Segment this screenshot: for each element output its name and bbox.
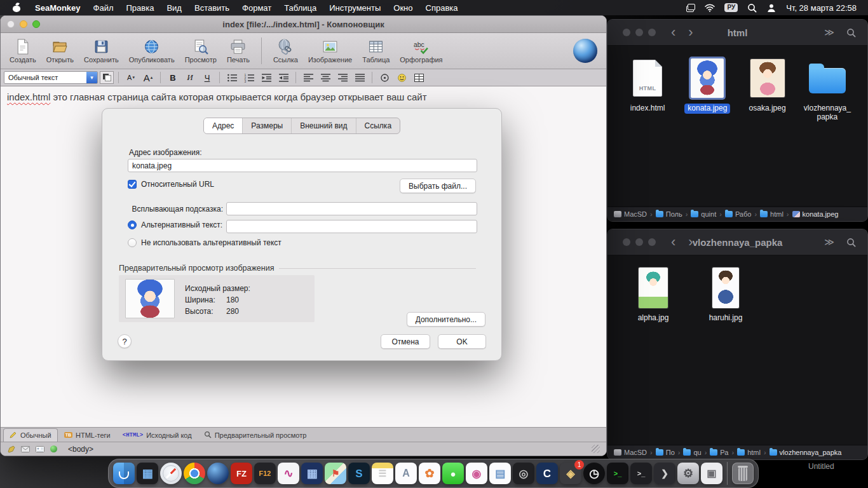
apple-menu-icon[interactable] [13,4,21,12]
toolbar-print-button[interactable]: Печать [222,37,255,65]
wifi-icon[interactable] [705,4,715,12]
insert-grid-icon[interactable] [411,71,426,85]
finder-title-bar[interactable]: ‹ › vlozhennaya_papka ≫ [607,229,867,255]
app-menu-seamonkey[interactable]: SeaMonkey [29,3,87,13]
path-segment[interactable]: konata.jpeg [792,210,839,218]
italic-button[interactable]: И [182,71,198,85]
file-haruhi.jpg[interactable]: haruhi.jpg [698,267,754,323]
forward-button[interactable]: › [688,25,693,39]
menu-item-3[interactable]: Вставить [188,3,236,13]
mode-tab-0[interactable]: Обычный [3,428,58,442]
forward-button[interactable]: › [688,235,693,249]
decrease-font-button[interactable]: A▾ [123,71,139,85]
dock-safari-icon[interactable] [160,463,182,484]
dock-grapher-icon[interactable]: ∿ [278,463,299,484]
advanced-button[interactable]: Дополнительно... [407,312,485,327]
user-switch-icon[interactable] [766,3,776,13]
underline-button[interactable]: Ч [200,71,215,85]
tab-appearance[interactable]: Внешний вид [292,118,356,133]
dock-s-app-icon[interactable]: S [348,463,370,484]
back-button[interactable]: ‹ [671,235,675,249]
mode-tab-2[interactable]: <HTML>Исходный код [117,428,198,442]
minimize-button[interactable] [20,20,27,28]
dock-console-icon[interactable]: ❯ [654,463,675,484]
path-segment[interactable]: По [656,449,675,456]
mode-tab-1[interactable]: TBHTML-теги [58,428,116,442]
dock-iterm-icon[interactable]: >_ [630,463,652,484]
numbered-list-button[interactable]: 123 [241,71,257,85]
menu-item-5[interactable]: Таблица [278,3,323,13]
dock-notes-icon[interactable]: ☰ [372,463,393,484]
increase-font-button[interactable]: A▴ [140,71,156,85]
bold-button[interactable]: B [165,71,180,85]
align-left-button[interactable] [301,71,316,85]
dock-trash-icon[interactable] [732,463,754,484]
zoom-button[interactable] [32,20,40,28]
path-segment[interactable]: html [737,449,761,456]
dock-gimp-icon[interactable]: ◈1 [560,463,581,484]
path-segment[interactable]: html [760,210,783,218]
file-index.html[interactable]: HTMLindex.html [620,57,675,114]
dock-finder-icon[interactable] [113,463,135,484]
path-segment[interactable]: vlozhennaya_papka [770,449,842,456]
paragraph-style-select[interactable]: Обычный текст ▾ [4,71,98,84]
search-icon[interactable] [747,3,757,13]
help-button[interactable]: ? [118,334,132,348]
menu-bar-clock[interactable]: Чт, 28 марта 22:58 [786,3,857,13]
menu-item-7[interactable]: Окно [387,3,419,13]
toolbar-link-button[interactable]: Ссылка [268,37,303,65]
toolbar-save-button[interactable]: Сохранить [79,37,124,65]
relative-url-checkbox[interactable] [128,180,137,189]
menu-item-6[interactable]: Инструменты [323,3,387,13]
back-button[interactable]: ‹ [671,25,675,39]
file-alpha.jpg[interactable]: alpha.jpg [625,267,681,323]
insert-anchor-icon[interactable] [377,71,392,85]
finder-title-bar[interactable]: ‹ › html ≫ [607,20,867,46]
dock-seamonkey-icon[interactable] [207,463,229,484]
path-segment[interactable]: MacSD [614,449,647,456]
dock-maps-icon[interactable]: ⚑ [325,463,346,484]
input-source-badge[interactable]: РУ [724,3,738,12]
path-segment[interactable]: Рабо [725,210,752,218]
alt-text-input[interactable] [226,220,477,233]
path-segment[interactable]: Ра [710,449,728,456]
outdent-button[interactable] [259,71,274,85]
compose-pen-icon[interactable] [7,445,15,453]
mail-icon[interactable] [21,446,30,452]
menu-item-2[interactable]: Вид [160,3,188,13]
ok-button[interactable]: OK [438,334,486,349]
toolbar-new-document-button[interactable]: Создать [4,37,41,65]
chevron-down-icon[interactable]: ▾ [86,72,97,83]
tab-address[interactable]: Адрес [204,118,243,133]
menu-item-8[interactable]: Справка [419,3,465,13]
dock-chrome-icon[interactable] [184,463,205,484]
search-icon[interactable] [846,28,856,37]
dock-settings-icon[interactable]: ⚙ [677,463,699,484]
toolbar-publish-globe-button[interactable]: Опубликовать [124,37,180,65]
align-justify-button[interactable] [352,71,367,85]
toolbar-image-button[interactable]: Изображение [303,37,357,65]
no-alt-text-radio[interactable] [128,238,137,247]
dock-sheets-icon[interactable]: ▦ [301,463,323,484]
cancel-button[interactable]: Отмена [381,334,430,349]
address-book-icon[interactable] [36,446,44,452]
align-center-button[interactable] [318,71,333,85]
dock-printer-icon[interactable]: ▣ [701,463,722,484]
path-segment[interactable]: qu [683,449,701,456]
component-status-icon[interactable] [50,445,57,452]
search-icon[interactable] [846,238,856,247]
desktop-file-label[interactable]: Untitled [808,462,834,471]
indent-button[interactable] [276,71,291,85]
close-button[interactable] [623,238,630,246]
bulleted-list-button[interactable] [224,71,240,85]
path-segment[interactable]: Поль [656,210,682,218]
dock-documents-icon[interactable]: ▤ [489,463,511,484]
path-segment[interactable]: quint [691,210,716,218]
path-segment[interactable]: MacSD [614,210,647,218]
dock-textedit-icon[interactable]: A [395,463,417,484]
toolbar-table-button[interactable]: Таблица [357,37,395,65]
zoom-button[interactable] [648,29,656,36]
minimize-button[interactable] [635,29,643,36]
composer-title-bar[interactable]: index [file:/.../index.html] - Компоновщ… [1,16,606,33]
close-button[interactable] [7,20,15,28]
